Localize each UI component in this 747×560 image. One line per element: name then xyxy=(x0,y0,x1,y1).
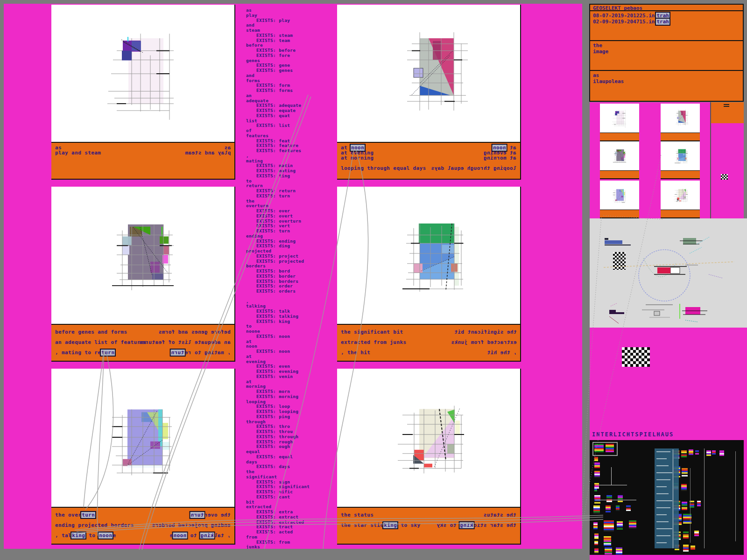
file-entry[interactable]: 08-07-2019-201225.intrah xyxy=(593,13,740,19)
word-list-line: EXISTS: steam xyxy=(246,33,346,38)
word-list-line: EXISTS: extract xyxy=(246,515,346,520)
file-list: 08-07-2019-201225.intrah02-09-2019-20471… xyxy=(589,10,744,41)
word-list-line: features xyxy=(246,133,346,139)
word-list-line: EXISTS: fore xyxy=(246,53,346,58)
artwork-panel-3[interactable]: before genes and formsan adequate list o… xyxy=(51,187,235,362)
word-list-line: EXISTS: ough xyxy=(246,444,346,449)
file-name: 02-09-2019-204715.in xyxy=(593,19,655,25)
selected-token[interactable]: king xyxy=(383,522,397,528)
caption-line: the significant bit xyxy=(341,327,406,337)
thumbnail-3[interactable] xyxy=(600,141,639,179)
word-list-line: EXISTS: cant xyxy=(246,495,346,500)
color-bar-cluster xyxy=(691,546,695,550)
as-label-box: as ilaupoleas xyxy=(589,70,744,102)
lower-sidebar-area: INTERLICHTSPIELHAUS xyxy=(590,328,747,560)
selected-token[interactable]: king xyxy=(460,522,474,528)
guide-line xyxy=(595,500,636,500)
caption-text: the over xyxy=(204,512,231,518)
artwork-canvas-2 xyxy=(337,5,520,142)
caption-text: play and steam xyxy=(185,150,231,156)
caption-text: to xyxy=(85,532,99,539)
selected-token[interactable]: king xyxy=(71,532,85,539)
artwork-panel-2[interactable]: at noonat eveningat morning looping thro… xyxy=(337,5,521,180)
selected-token[interactable]: noon xyxy=(99,532,113,539)
word-list-line: EXISTS: from xyxy=(246,540,346,545)
caption-line: the significant bit xyxy=(451,327,516,337)
caption-text: extracted from junks xyxy=(451,339,516,345)
selected-token[interactable]: king xyxy=(200,532,214,539)
selected-token[interactable]: noon xyxy=(173,532,187,539)
info-text-row xyxy=(656,514,667,515)
color-bar-cluster xyxy=(594,444,604,452)
thumbnail-caption xyxy=(661,133,700,141)
caption-text: before genes and forms xyxy=(55,329,127,335)
checkerboard-large xyxy=(622,347,650,367)
caption-text: , tal xyxy=(214,532,231,539)
guide-line xyxy=(735,451,736,541)
thumbnail-4[interactable] xyxy=(661,141,700,179)
caption-text: play and steam xyxy=(55,150,101,156)
selected-token[interactable]: turn xyxy=(101,350,115,356)
color-bar-cluster xyxy=(626,505,631,511)
word-list-line: to xyxy=(246,324,346,329)
info-text-row xyxy=(656,479,670,480)
artwork-canvas-6 xyxy=(337,369,520,507)
word-list-line: EXISTS: noon xyxy=(246,349,346,354)
caption-text: , mating to re xyxy=(185,350,231,356)
word-list-line: EXISTS: genes xyxy=(246,68,346,73)
info-text-row xyxy=(656,521,669,522)
caption-line: looping through equal days xyxy=(431,166,516,171)
file-entry[interactable]: 02-09-2019-204715.intrah xyxy=(593,19,740,25)
word-list-line: EXISTS: acted xyxy=(246,530,346,535)
caption-text: an adequate list of features xyxy=(139,339,231,345)
scrollbar-thumb[interactable] xyxy=(711,102,744,123)
caption-line: , talking to noone xyxy=(152,531,231,541)
word-list-line: EXISTS: noon xyxy=(246,334,346,339)
image-label-line2: image xyxy=(593,49,740,55)
artwork-canvas-3 xyxy=(51,187,234,324)
artwork-panel-5[interactable]: the overturnending projected borders, ta… xyxy=(51,369,235,545)
info-text-row xyxy=(656,458,667,459)
color-bar-cluster xyxy=(681,450,687,457)
color-bar-cluster xyxy=(594,533,599,539)
caption-line: ending projected borders xyxy=(55,520,134,531)
ilx-canvas xyxy=(590,440,744,555)
color-bar-cluster xyxy=(606,495,612,502)
thumbnail-5[interactable] xyxy=(600,181,639,218)
file-tag[interactable]: trah xyxy=(656,19,669,25)
caption-text: the star stic xyxy=(341,522,383,528)
word-list-line: EXISTS: ting xyxy=(246,174,346,179)
thumbnail-caption xyxy=(600,210,639,218)
color-bar-cluster xyxy=(695,450,699,455)
info-text-row xyxy=(656,535,670,536)
caption-text: looping through equal days xyxy=(341,165,426,171)
selected-token[interactable]: turn xyxy=(190,512,204,518)
panel-caption-4: the significant bitextracted from junks,… xyxy=(337,324,520,362)
word-list-line: at xyxy=(246,339,346,344)
thumbnail-6[interactable] xyxy=(661,181,700,218)
word-list-line: EXISTS: list xyxy=(246,123,346,128)
caption-text: at morning xyxy=(484,155,516,161)
color-bar-cluster xyxy=(593,505,600,514)
caption-text: before genes and forms xyxy=(159,329,231,335)
info-text-row xyxy=(656,542,667,543)
guide-line xyxy=(673,449,673,548)
caption-text: , the hit xyxy=(341,350,370,356)
as-label-line2: ilaupoleas xyxy=(593,78,740,84)
caption-line: extracted from junks xyxy=(341,337,406,348)
color-bar-cluster xyxy=(694,531,699,536)
file-tag[interactable]: trah xyxy=(656,13,669,19)
thumbnail-2[interactable] xyxy=(661,104,700,141)
selected-token[interactable]: turn xyxy=(171,350,185,356)
thumbnail-1[interactable] xyxy=(600,104,639,141)
caption-text: , tal xyxy=(55,532,71,539)
word-exists-list: asplayEXISTS: playandsteamEXISTS: steamE… xyxy=(246,8,346,549)
word-list-line: EXISTS: days xyxy=(246,464,346,469)
selected-token[interactable]: turn xyxy=(81,512,95,518)
panel-caption-3: before genes and formsan adequate list o… xyxy=(51,324,234,362)
artwork-panel-4[interactable]: the significant bitextracted from junks,… xyxy=(337,187,521,362)
artwork-panel-6[interactable]: the statusthe star sticking to skythe st… xyxy=(337,369,521,545)
caption-text: to sky xyxy=(437,522,459,528)
word-list-line: EXISTS: border xyxy=(246,274,346,279)
artwork-panel-1[interactable]: asplay and steamasplay and steam xyxy=(51,5,235,180)
